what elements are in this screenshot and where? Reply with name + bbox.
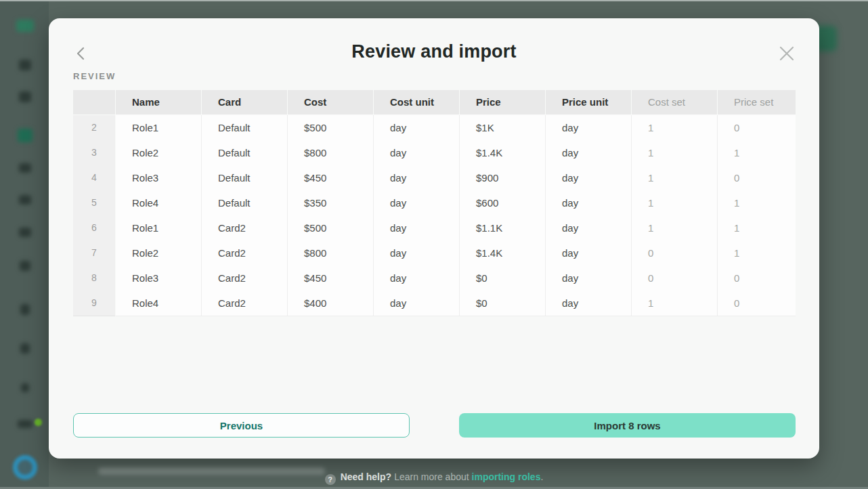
cost-unit-cell: day	[373, 165, 459, 191]
table-row: 4 Role3 Default $450 day $900 day 1 0	[73, 165, 796, 190]
cost-unit-cell: day	[373, 115, 459, 141]
name-cell: Role2	[115, 140, 201, 166]
sidebar-icon-blurred	[19, 195, 31, 205]
cost-set-cell: 1	[631, 190, 717, 216]
importing-roles-link[interactable]: importing roles	[472, 471, 541, 482]
price-cell: $1.1K	[459, 215, 545, 241]
cost-cell: $500	[287, 115, 373, 141]
cost-set-cell: 0	[631, 240, 717, 266]
table-row: 9 Role4 Card2 $400 day $0 day 1 0	[73, 291, 796, 316]
price-set-cell: 0	[717, 291, 796, 316]
cost-unit-cell: day	[373, 291, 459, 316]
price-cell: $0	[459, 291, 545, 316]
help-question-icon: ?	[325, 474, 336, 485]
column-header-card: Card	[201, 90, 287, 115]
column-header-rownum	[73, 90, 115, 115]
price-cell: $1.4K	[459, 240, 545, 266]
price-cell: $0	[459, 265, 545, 291]
row-number-cell: 6	[73, 215, 115, 241]
cost-unit-cell: day	[373, 215, 459, 241]
help-text: Learn more about	[394, 471, 469, 482]
price-unit-cell: day	[545, 291, 631, 316]
cost-cell: $800	[287, 140, 373, 166]
price-set-cell: 1	[717, 215, 796, 241]
help-bold-text: Need help?	[341, 471, 391, 482]
card-cell: Default	[201, 140, 287, 166]
cost-set-cell: 1	[631, 215, 717, 241]
card-cell: Card2	[201, 291, 287, 316]
table-row: 6 Role1 Card2 $500 day $1.1K day 1 1	[73, 215, 796, 240]
cost-cell: $450	[287, 165, 373, 191]
table-row: 7 Role2 Card2 $800 day $1.4K day 0 1	[73, 240, 796, 265]
sidebar-icon-blurred	[19, 60, 31, 70]
cost-unit-cell: day	[373, 240, 459, 266]
card-cell: Default	[201, 115, 287, 141]
price-set-cell: 0	[717, 115, 796, 141]
sidebar-icon-blurred	[20, 261, 30, 271]
cost-set-cell: 1	[631, 140, 717, 166]
name-cell: Role4	[115, 190, 201, 216]
cost-cell: $800	[287, 240, 373, 266]
help-bar: ?Need help?Learn more about importing ro…	[0, 471, 868, 485]
column-header-price-unit: Price unit	[545, 90, 631, 115]
card-cell: Card2	[201, 215, 287, 241]
page-title: Review and import	[49, 41, 819, 62]
price-set-cell: 0	[717, 265, 796, 291]
name-cell: Role4	[115, 291, 201, 316]
name-cell: Role1	[115, 215, 201, 241]
row-number-cell: 2	[73, 115, 115, 141]
help-suffix: .	[540, 471, 543, 482]
cost-cell: $400	[287, 291, 373, 316]
table-header-row: Name Card Cost Cost unit Price Price uni…	[73, 90, 796, 115]
app-sidebar-dimmed	[0, 1, 49, 489]
sidebar-icon-blurred	[20, 304, 30, 315]
name-cell: Role2	[115, 240, 201, 266]
table-body: 2 Role1 Default $500 day $1K day 1 0 3 R…	[73, 115, 796, 316]
notification-dot	[35, 419, 42, 426]
price-set-cell: 1	[717, 240, 796, 266]
review-table: Name Card Cost Cost unit Price Price uni…	[73, 90, 796, 316]
table-row: 3 Role2 Default $800 day $1.4K day 1 1	[73, 140, 796, 165]
column-header-price-set: Price set	[717, 90, 796, 115]
row-number-cell: 9	[73, 291, 115, 316]
column-header-price: Price	[459, 90, 545, 115]
sidebar-icon-blurred	[20, 343, 30, 354]
price-set-cell: 0	[717, 165, 796, 191]
column-header-name: Name	[115, 90, 201, 115]
cost-set-cell: 0	[631, 265, 717, 291]
previous-button[interactable]: Previous	[73, 413, 410, 438]
close-button[interactable]	[777, 44, 796, 63]
close-icon	[779, 46, 794, 61]
sidebar-icon-blurred	[19, 163, 31, 173]
cost-cell: $350	[287, 190, 373, 216]
review-import-modal: Review and import REVIEW Name Card Cost …	[49, 18, 819, 459]
price-unit-cell: day	[545, 115, 631, 141]
table-row: 8 Role3 Card2 $450 day $0 day 0 0	[73, 265, 796, 291]
table-row: 5 Role4 Default $350 day $600 day 1 1	[73, 190, 796, 215]
sidebar-icon-blurred	[19, 228, 31, 237]
app-logo	[16, 20, 34, 32]
cost-unit-cell: day	[373, 190, 459, 216]
cost-set-cell: 1	[631, 115, 717, 141]
price-unit-cell: day	[545, 190, 631, 216]
card-cell: Card2	[201, 265, 287, 291]
row-number-cell: 3	[73, 140, 115, 166]
name-cell: Role3	[115, 265, 201, 291]
row-number-cell: 7	[73, 240, 115, 266]
column-header-cost-unit: Cost unit	[373, 90, 459, 115]
price-cell: $600	[459, 190, 545, 216]
card-cell: Default	[201, 190, 287, 216]
price-unit-cell: day	[545, 140, 631, 166]
sidebar-icon-active-blurred	[18, 129, 32, 142]
column-header-cost: Cost	[287, 90, 373, 115]
sidebar-icon-blurred	[21, 383, 29, 392]
price-unit-cell: day	[545, 215, 631, 241]
cost-unit-cell: day	[373, 140, 459, 166]
window-top-edge	[0, 0, 868, 1]
cost-cell: $500	[287, 215, 373, 241]
price-unit-cell: day	[545, 265, 631, 291]
card-cell: Card2	[201, 240, 287, 266]
price-cell: $1.4K	[459, 140, 545, 166]
import-button[interactable]: Import 8 rows	[459, 413, 796, 438]
card-cell: Default	[201, 165, 287, 191]
